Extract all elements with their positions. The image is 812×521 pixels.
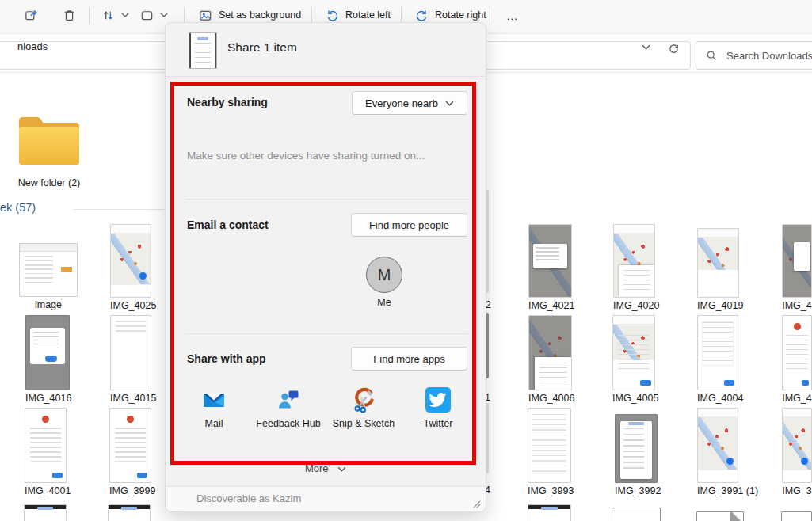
phone-white-preview bbox=[110, 315, 151, 390]
thumbnail-detail bbox=[794, 323, 801, 330]
phone-confirm-preview bbox=[697, 315, 738, 390]
thumbnail-detail bbox=[628, 422, 645, 425]
file-thumbnail[interactable]: IMG_4025 bbox=[110, 224, 151, 311]
phone-top-preview bbox=[108, 504, 151, 521]
thumbnail-detail bbox=[45, 356, 57, 362]
group-header-line bbox=[74, 209, 164, 210]
rotate-left-icon bbox=[325, 8, 340, 23]
thumbnail-detail bbox=[623, 428, 644, 469]
phone-form-preview bbox=[782, 315, 812, 390]
thumbnail-detail bbox=[613, 316, 654, 325]
map-phone-preview bbox=[782, 408, 812, 483]
file-thumbnail[interactable]: IMG_4020 bbox=[613, 224, 655, 311]
thumbnail-detail bbox=[623, 270, 650, 291]
chevron-down-icon bbox=[121, 13, 129, 17]
group-header[interactable]: ek (57) bbox=[0, 201, 36, 214]
file-thumbnail[interactable]: IMG_3993 bbox=[528, 408, 571, 496]
shot-wide-preview bbox=[19, 243, 78, 297]
page-folded-preview bbox=[696, 511, 744, 521]
thumbnail-detail bbox=[25, 256, 53, 284]
dialog-footer: Discoverable as Kazim bbox=[166, 486, 486, 511]
thumbnail-detail bbox=[698, 470, 738, 482]
chevron-down-icon bbox=[337, 466, 346, 472]
file-thumbnail[interactable] bbox=[612, 508, 661, 521]
file-thumbnail[interactable]: IMG_4001 bbox=[25, 408, 67, 496]
file-thumbnail[interactable]: IMG_4004 bbox=[697, 315, 738, 404]
thumbnail-detail bbox=[698, 270, 738, 297]
toolbar-divider bbox=[89, 7, 90, 25]
search-icon bbox=[706, 50, 717, 61]
ellipsis-icon: … bbox=[506, 9, 519, 22]
file-label: IMG_4020 bbox=[613, 300, 655, 311]
folder-icon bbox=[15, 111, 83, 169]
thumbnail-detail bbox=[127, 416, 134, 423]
thumbnail-detail bbox=[786, 335, 807, 369]
sort-button[interactable] bbox=[94, 3, 135, 27]
file-thumbnail[interactable] bbox=[108, 504, 151, 521]
file-thumbnail[interactable]: IMG_4015 bbox=[110, 315, 151, 404]
thumbnail-content bbox=[195, 43, 210, 63]
see-more-button[interactable]: … bbox=[500, 3, 525, 27]
map-light-preview bbox=[697, 228, 739, 298]
phone-form-preview bbox=[109, 408, 151, 483]
map-list-preview bbox=[612, 315, 655, 390]
file-explorer-window: Set as background Rotate left Rotate rig… bbox=[0, 0, 812, 521]
file-thumbnail[interactable]: image bbox=[19, 243, 78, 310]
file-thumbnail[interactable]: IMG_4 bbox=[782, 224, 812, 311]
refresh-icon[interactable] bbox=[668, 43, 680, 55]
file-thumbnail[interactable]: IMG_3992 bbox=[615, 414, 658, 496]
address-dropdown-icon[interactable] bbox=[642, 44, 650, 50]
breadcrumb[interactable]: nloads bbox=[17, 40, 48, 52]
thumbnail-detail bbox=[698, 229, 738, 238]
file-label: IMG_4019 bbox=[697, 300, 739, 311]
toolbar-divider bbox=[494, 7, 494, 25]
thumbnail-detail bbox=[698, 409, 738, 417]
file-thumbnail[interactable]: IMG_4016 bbox=[25, 315, 70, 404]
thumbnail-detail bbox=[539, 363, 567, 385]
divider bbox=[166, 76, 486, 77]
file-label: IMG_4005 bbox=[612, 393, 655, 404]
thumbnail-detail bbox=[33, 332, 59, 351]
thumbnail-bezel bbox=[189, 33, 191, 68]
file-thumbnail[interactable]: IMG_3999 bbox=[109, 408, 151, 496]
thumbnail-detail bbox=[802, 380, 809, 386]
thumbnail-detail bbox=[61, 267, 72, 272]
thumbnail-detail bbox=[618, 335, 650, 369]
search-box[interactable] bbox=[696, 41, 812, 70]
file-thumbnail[interactable] bbox=[781, 511, 812, 521]
thumbnail-detail bbox=[724, 380, 734, 386]
thumbnail-detail bbox=[111, 284, 151, 297]
thumbnail-detail bbox=[783, 470, 811, 482]
resize-grip-icon[interactable] bbox=[473, 500, 481, 508]
thumbnail-detail bbox=[640, 380, 651, 386]
file-thumbnail[interactable] bbox=[696, 511, 744, 521]
chevron-down-icon bbox=[160, 13, 168, 17]
thumbnail-detail bbox=[726, 458, 734, 465]
file-label: IMG_4025 bbox=[110, 300, 151, 311]
file-thumbnail[interactable]: IMG_3991 (1) bbox=[697, 408, 738, 496]
dialog-title: Share 1 item bbox=[227, 40, 297, 55]
set-as-background-icon bbox=[198, 8, 213, 23]
search-input[interactable] bbox=[725, 49, 812, 63]
file-thumbnail[interactable]: IMG_3 bbox=[782, 408, 812, 496]
file-label: image bbox=[19, 299, 78, 310]
delete-button[interactable] bbox=[55, 3, 83, 27]
file-thumbnail[interactable]: IMG_4006 bbox=[528, 315, 572, 404]
file-thumbnail[interactable]: IMG_4005 bbox=[612, 315, 655, 404]
thumbnail-detail bbox=[121, 507, 138, 510]
file-thumbnail[interactable]: IMG_4021 bbox=[528, 224, 572, 311]
phone-dark-card-preview bbox=[615, 414, 658, 483]
file-label: IMG_3999 bbox=[109, 485, 151, 496]
map-menu-preview bbox=[613, 224, 655, 298]
file-label: IMG_3991 (1) bbox=[697, 485, 738, 496]
file-label: IMG_4001 bbox=[25, 485, 67, 496]
file-thumbnail[interactable]: IMG_4019 bbox=[697, 228, 739, 311]
file-thumbnail[interactable] bbox=[528, 504, 571, 521]
folder-tile[interactable]: New folder (2) bbox=[14, 111, 84, 188]
share-button[interactable] bbox=[17, 3, 45, 27]
thumbnail-detail bbox=[731, 511, 744, 521]
file-thumbnail[interactable] bbox=[24, 504, 67, 521]
map-dim-cal-preview bbox=[782, 224, 812, 298]
file-label: IMG_4 bbox=[782, 300, 812, 311]
file-thumbnail[interactable]: IMG_4 bbox=[782, 315, 812, 404]
